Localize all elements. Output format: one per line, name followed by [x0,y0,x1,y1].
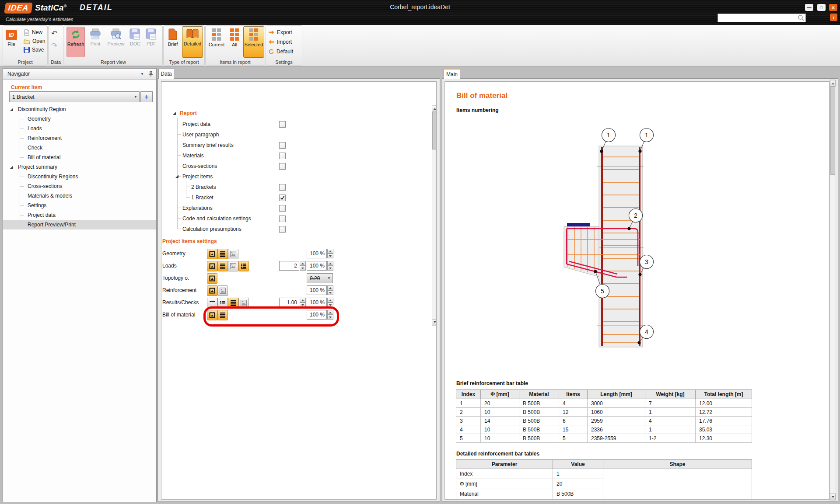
reinforcement-scale-value[interactable]: 100 % [307,285,327,295]
default-settings-button[interactable]: Default [268,48,293,56]
nav-item-report-preview-print[interactable]: Report Preview/Print [3,220,156,229]
nav-item-materials-models[interactable]: Materials & models [3,191,156,201]
scrollbar-thumb[interactable] [432,112,437,149]
maximize-button[interactable]: □ [817,4,826,11]
spin-down-button[interactable] [327,254,333,258]
add-item-button[interactable]: + [140,91,153,102]
scroll-up-button[interactable] [432,106,437,112]
loads-count-value[interactable]: 2 [279,261,299,271]
report-item-materials[interactable]: Materials [182,153,204,159]
minimize-button[interactable]: — [805,4,813,11]
geometry-scale-value[interactable]: 100 % [307,249,327,258]
checkbox-project-data[interactable] [279,121,286,128]
nav-item-project-summary[interactable]: Project summary [3,162,156,172]
nav-item-check[interactable]: Check [3,143,156,153]
table-icon-button[interactable] [217,249,228,259]
report-item-1-bracket[interactable]: 1 Bracket [191,195,214,201]
spin-up-button[interactable] [327,298,333,302]
info-button[interactable]: i [830,14,837,21]
report-item-2-brackets[interactable]: 2 Brackets [191,184,216,190]
drawing-icon-button[interactable] [207,261,217,271]
checkbox-calculation-presumptions[interactable] [279,226,286,233]
save-button[interactable]: Save [24,46,44,54]
image-icon-button[interactable] [228,249,238,259]
report-item-project-items[interactable]: Project items [182,174,213,180]
nav-item-settings[interactable]: Settings [3,201,156,210]
drawing-icon-button[interactable] [207,285,217,296]
image-icon-button[interactable] [228,261,238,271]
topology-ratio-select[interactable]: 0.20 ▼ [307,273,333,283]
export-settings-button[interactable]: Export [268,28,292,36]
pdf-export-button[interactable]: PDF [144,27,159,56]
all-items-button[interactable]: All [227,27,242,56]
spin-down-button[interactable] [300,266,306,271]
nav-item-discontinuity-region[interactable]: Discontinuity Region [3,104,156,114]
selected-items-button[interactable]: Selected [243,26,264,58]
nav-item-bill-of-material[interactable]: Bill of material [3,153,156,162]
results-scale-value[interactable]: 100 % [307,298,327,307]
preview-button[interactable]: Preview [106,27,126,56]
spin-up-button[interactable] [327,285,333,290]
spin-up-button[interactable] [300,261,306,266]
rows-icon-button[interactable] [238,261,249,271]
pin-icon[interactable] [148,71,154,77]
navigator-dropdown-icon[interactable]: ▼ [140,72,144,76]
report-item-calculation-presumptions[interactable]: Calculation presumptions [182,226,242,232]
nav-item-reinforcement[interactable]: Reinforcement [3,133,156,143]
data-scrollbar[interactable] [432,105,437,326]
tab-main[interactable]: Main [444,69,460,79]
spin-down-button[interactable] [327,266,333,271]
brief-report-button[interactable]: Brief [165,27,181,56]
redo-button[interactable]: ↷ [51,42,60,50]
checkbox-summary-brief-results[interactable] [279,142,286,149]
spin-up-button[interactable] [300,298,306,302]
refresh-button[interactable]: Refresh [66,27,85,57]
report-item-code-calc-settings[interactable]: Code and calculation settings [182,216,251,222]
current-item-select[interactable]: 1 Bracket ▼ [9,91,140,102]
drawing-icon-button[interactable] [207,249,217,259]
undo-button[interactable]: ↶ [51,29,60,38]
nav-item-cross-sections[interactable]: Cross-sections [3,181,156,191]
scroll-down-button[interactable] [830,494,836,500]
scroll-up-button[interactable] [830,80,836,87]
nav-item-project-data[interactable]: Project data [3,210,156,220]
close-button[interactable]: ✕ [829,4,837,11]
import-settings-button[interactable]: Import [268,38,292,46]
spin-up-button[interactable] [327,261,333,266]
report-item-explanations[interactable]: Explanations [182,205,213,211]
search-input[interactable] [719,14,798,22]
report-item-user-paragraph[interactable]: User paragraph [182,132,219,138]
checkbox-2-brackets[interactable] [279,184,286,191]
report-item-project-data[interactable]: Project data [182,121,210,127]
scrollbar-thumb[interactable] [830,87,835,175]
detailed-report-button[interactable]: Detailed [182,26,203,58]
tab-data[interactable]: Data [158,69,174,79]
checkbox-materials[interactable] [279,153,286,159]
report-item-summary-brief-results[interactable]: Summary brief results [182,142,234,148]
doc-export-button[interactable]: DOC [127,27,143,56]
expander-icon[interactable] [9,107,14,111]
table-icon-button[interactable] [217,261,228,271]
nav-item-loads[interactable]: Loads [3,124,156,133]
checkbox-1-bracket[interactable] [279,195,286,201]
nav-item-geometry[interactable]: Geometry [3,114,156,124]
spin-down-button[interactable] [327,290,333,295]
image-icon-button[interactable] [217,285,228,296]
expander-icon[interactable] [9,165,14,169]
open-button[interactable]: Open [24,37,45,45]
checkbox-code-calc-settings[interactable] [279,216,286,222]
checkbox-cross-sections[interactable] [279,163,286,170]
current-items-button[interactable]: Current [207,27,226,56]
expander-icon[interactable] [172,111,176,115]
nav-item-discontinuity-regions[interactable]: Discontinuity Regions [3,172,156,181]
scroll-down-button[interactable] [432,319,437,325]
results-factor-value[interactable]: 1.00 [279,298,299,307]
report-item-cross-sections[interactable]: Cross-sections [182,163,217,169]
drawing-icon-button[interactable] [207,273,217,284]
file-button[interactable]: ID File [4,28,18,56]
checkbox-explanations[interactable] [279,205,286,212]
spin-up-button[interactable] [327,249,333,254]
main-scrollbar[interactable] [830,80,836,501]
expander-icon[interactable] [175,174,179,178]
new-button[interactable]: New [24,28,42,36]
